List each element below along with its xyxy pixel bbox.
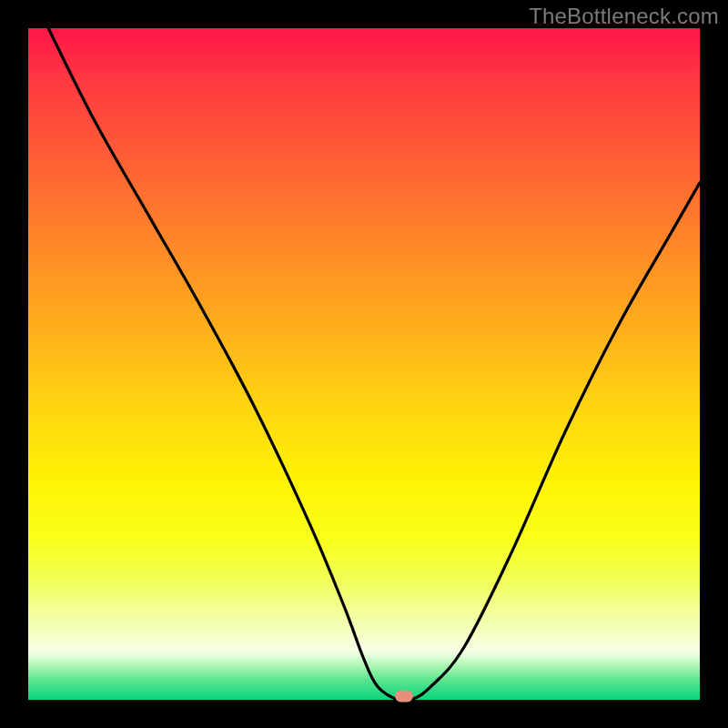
chart-frame: TheBottleneck.com — [0, 0, 728, 728]
minimum-marker — [395, 691, 413, 703]
watermark-text: TheBottleneck.com — [529, 4, 719, 29]
bottleneck-curve — [28, 28, 700, 700]
plot-area — [28, 28, 700, 700]
